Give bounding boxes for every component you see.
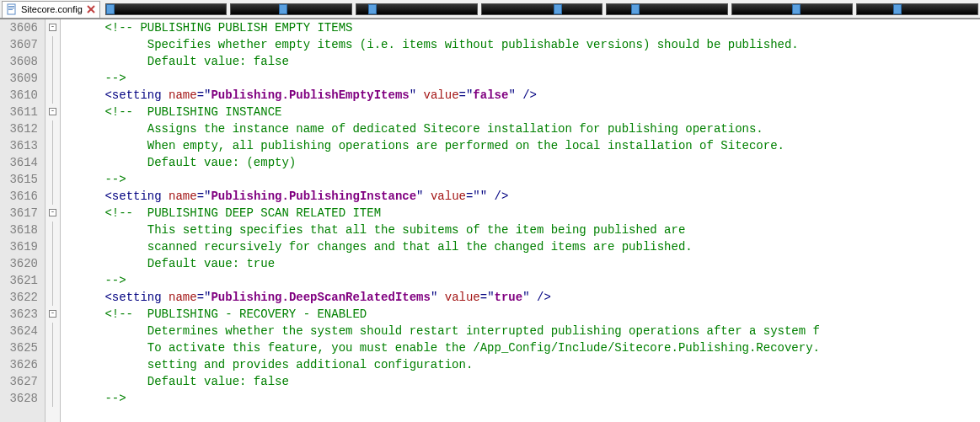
fold-marker [46, 238, 60, 255]
code-line[interactable]: <setting name="Publishing.DeepScanRelate… [62, 289, 980, 306]
fold-guide [52, 356, 53, 373]
fold-marker [46, 120, 60, 137]
fold-guide [52, 222, 53, 238]
code-line[interactable]: Default vaue: true [62, 255, 980, 272]
fold-marker [46, 390, 60, 407]
tab-filename: Sitecore.config [21, 4, 83, 14]
fold-guide [52, 339, 53, 356]
code-line[interactable]: Determines whether the system should res… [62, 323, 980, 339]
code-line[interactable]: --> [62, 390, 980, 407]
fold-guide [52, 238, 53, 255]
fold-marker [46, 373, 60, 390]
code-line[interactable]: --> [62, 70, 980, 87]
fold-guide [52, 70, 53, 87]
fold-marker [46, 53, 60, 70]
line-number: 3622 [0, 289, 38, 306]
code-line[interactable]: scanned recursively for changes and that… [62, 238, 980, 255]
code-line[interactable]: Default vaue: (empty) [62, 154, 980, 171]
fold-guide [52, 188, 53, 205]
fold-guide [52, 272, 53, 289]
fold-marker[interactable]: - [46, 19, 60, 36]
code-line[interactable]: setting and provides additional configur… [62, 356, 980, 373]
line-number: 3626 [0, 356, 38, 373]
fold-marker [46, 188, 60, 205]
line-number: 3625 [0, 339, 38, 356]
code-line[interactable]: <!-- PUBLISHING PUBLISH EMPTY ITEMS [62, 19, 980, 36]
close-icon[interactable] [86, 4, 96, 14]
fold-guide [52, 87, 53, 104]
line-number: 3621 [0, 272, 38, 289]
code-line[interactable]: <setting name="Publishing.PublishEmptyIt… [62, 87, 980, 104]
fold-marker [46, 154, 60, 171]
fold-marker[interactable]: - [46, 306, 60, 323]
line-number: 3615 [0, 171, 38, 188]
line-number: 3610 [0, 87, 38, 104]
fold-guide [52, 289, 53, 306]
fold-collapse-icon[interactable]: - [49, 310, 56, 318]
fold-collapse-icon[interactable]: - [49, 209, 56, 216]
line-number: 3611 [0, 104, 38, 120]
line-number: 3623 [0, 306, 38, 323]
svg-rect-1 [8, 6, 14, 7]
code-line[interactable]: <!-- PUBLISHING INSTANCE [62, 104, 980, 120]
code-line[interactable]: <!-- PUBLISHING - RECOVERY - ENABLED [62, 306, 980, 323]
line-number: 3627 [0, 373, 38, 390]
code-line[interactable]: Default value: false [62, 53, 980, 70]
fold-guide [52, 137, 53, 154]
svg-rect-3 [8, 9, 13, 10]
fold-guide [52, 323, 53, 339]
fold-marker [46, 255, 60, 272]
fold-marker [46, 87, 60, 104]
code-line[interactable]: <!-- PUBLISHING DEEP SCAN RELATED ITEM [62, 205, 980, 222]
line-number: 3620 [0, 255, 38, 272]
fold-marker[interactable]: - [46, 205, 60, 222]
line-number: 3614 [0, 154, 38, 171]
line-number: 3607 [0, 36, 38, 53]
line-number: 3616 [0, 188, 38, 205]
document-map[interactable] [104, 1, 980, 18]
fold-guide [52, 255, 53, 272]
fold-collapse-icon[interactable]: - [49, 108, 56, 115]
code-line[interactable]: <setting name="Publishing.PublishingInst… [62, 188, 980, 205]
editor: 3606360736083609361036113612361336143615… [0, 19, 980, 422]
fold-marker [46, 137, 60, 154]
fold-collapse-icon[interactable]: - [49, 24, 56, 31]
line-number: 3628 [0, 390, 38, 407]
file-tab[interactable]: Sitecore.config [2, 1, 100, 18]
line-number: 3617 [0, 205, 38, 222]
fold-marker [46, 36, 60, 53]
fold-guide [52, 154, 53, 171]
code-line[interactable]: When empty, all publishing operations ar… [62, 137, 980, 154]
fold-marker [46, 356, 60, 373]
line-number: 3606 [0, 19, 38, 36]
fold-marker [46, 272, 60, 289]
line-number: 3618 [0, 222, 38, 238]
fold-marker [46, 339, 60, 356]
svg-rect-2 [8, 8, 14, 8]
line-number: 3609 [0, 70, 38, 87]
code-line[interactable]: This setting specifies that all the subi… [62, 222, 980, 238]
line-number: 3608 [0, 53, 38, 70]
code-area[interactable]: <!-- PUBLISHING PUBLISH EMPTY ITEMS Spec… [61, 19, 980, 422]
code-line[interactable]: Assigns the instance name of dedicated S… [62, 120, 980, 137]
code-line[interactable]: Specifies whether empty items (i.e. item… [62, 36, 980, 53]
line-number: 3612 [0, 120, 38, 137]
fold-marker [46, 171, 60, 188]
code-line[interactable]: --> [62, 171, 980, 188]
fold-guide [52, 36, 53, 53]
line-number: 3613 [0, 137, 38, 154]
fold-guide [52, 390, 53, 407]
fold-marker[interactable]: - [46, 104, 60, 120]
line-number: 3624 [0, 323, 38, 339]
fold-marker [46, 222, 60, 238]
fold-marker [46, 70, 60, 87]
fold-guide [52, 53, 53, 70]
fold-guide [52, 171, 53, 188]
code-line[interactable]: Default value: false [62, 373, 980, 390]
fold-gutter: ---- [46, 19, 61, 422]
code-line[interactable]: --> [62, 272, 980, 289]
code-line[interactable]: To activate this feature, you must enabl… [62, 339, 980, 356]
line-number-gutter: 3606360736083609361036113612361336143615… [0, 19, 46, 422]
file-icon [6, 3, 18, 15]
fold-marker [46, 289, 60, 306]
